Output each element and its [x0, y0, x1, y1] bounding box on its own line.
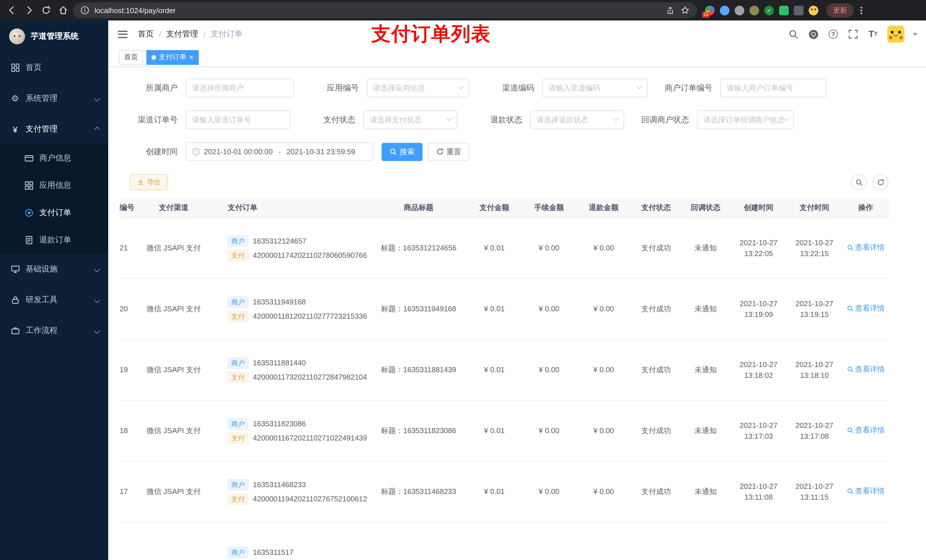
breadcrumb-payment[interactable]: 支付管理	[166, 29, 198, 39]
export-button[interactable]: 导出	[130, 174, 168, 190]
search-icon	[847, 488, 853, 495]
chrome-update-button[interactable]: 更新	[826, 3, 854, 17]
app-logo[interactable]: 芋道管理系统	[0, 21, 108, 52]
extension-icon[interactable]	[749, 5, 759, 15]
payment-submenu: 商户信息 应用信息 支付订单 退款订单	[0, 145, 108, 254]
view-detail-link[interactable]: 查看详情	[847, 486, 885, 497]
cell-pay-time: 2021-10-2713:18:10	[787, 359, 842, 381]
channel-order-no-input[interactable]	[186, 110, 291, 129]
view-detail-link[interactable]: 查看详情	[847, 425, 885, 436]
column-header: 支付状态	[631, 202, 681, 213]
site-info-icon[interactable]	[80, 5, 90, 15]
share-icon[interactable]	[665, 5, 675, 15]
sidebar-item-system[interactable]: ⚙ 系统管理	[0, 83, 108, 114]
merchant-order-no: 1635311881440	[253, 358, 306, 368]
extensions-area: 10 ✓	[705, 5, 819, 15]
search-icon	[847, 366, 853, 373]
fullscreen-icon[interactable]	[847, 29, 859, 40]
cell-id: 20	[120, 303, 137, 315]
refresh-icon	[436, 148, 443, 155]
cell-title: 标题：1635311468233	[370, 486, 467, 497]
merchant-filter-input[interactable]	[186, 78, 294, 97]
breadcrumb-current: 支付订单	[211, 29, 243, 39]
question-icon[interactable]: ?	[828, 29, 839, 40]
github-icon[interactable]	[808, 29, 819, 40]
pay-status-select[interactable]: 请选择支付状态	[363, 110, 457, 129]
reload-icon[interactable]	[39, 3, 53, 18]
filter-label: 支付状态	[307, 115, 356, 125]
chevron-down-icon	[94, 96, 100, 101]
sidebar-toggle-icon[interactable]	[117, 28, 129, 40]
sidebar-item-workflow[interactable]: 工作流程	[0, 315, 108, 346]
lock-icon	[10, 295, 20, 305]
monitor-icon	[10, 264, 20, 274]
search-icon	[847, 305, 853, 312]
filter-label: 退款状态	[474, 115, 522, 125]
cell-refund-amount: ¥ 0.00	[576, 365, 631, 376]
url-bar[interactable]: localhost:1024/pay/order	[73, 2, 697, 18]
cell-pay-status: 支付成功	[631, 486, 681, 497]
chevron-down-icon	[613, 115, 619, 121]
top-navbar: 首页 / 支付管理 / 支付订单 支付订单列表 ? TT	[108, 21, 926, 48]
extension-icon[interactable]	[794, 5, 803, 15]
sidebar-item-refund-order[interactable]: 退款订单	[0, 226, 108, 254]
extension-icon[interactable]	[720, 5, 729, 15]
cell-pay-amount: ¥ 0.01	[467, 243, 522, 254]
sidebar-item-payment[interactable]: ¥ 支付管理	[0, 114, 108, 145]
chevron-down-icon	[783, 115, 788, 121]
user-avatar[interactable]	[887, 26, 904, 43]
filter-pay-status: 支付状态 请选择支付状态	[307, 110, 457, 129]
cell-create-time: 2021-10-2713:18:02	[730, 359, 787, 381]
reset-button[interactable]: 重置	[428, 143, 469, 161]
date-start: 2021-10-01 00:00:00	[204, 147, 272, 156]
sidebar-item-home[interactable]: 首页	[0, 52, 108, 83]
credit-card-icon	[24, 153, 33, 163]
toggle-search-button[interactable]	[851, 174, 867, 190]
view-detail-link[interactable]: 查看详情	[847, 303, 885, 314]
breadcrumb: 首页 / 支付管理 / 支付订单	[138, 29, 243, 39]
cell-channel: 微信 JSAPI 支付	[137, 486, 211, 497]
channel-code-select[interactable]: 请输入渠道编码	[542, 78, 648, 97]
search-icon[interactable]	[788, 29, 799, 40]
date-range-picker[interactable]: 2021-10-01 00:00:00 - 2021-10-31 23:59:5…	[186, 142, 374, 161]
table-row: 17微信 JSAPI 支付商户1635311468233支付4200001194…	[120, 462, 890, 522]
extension-icon[interactable]	[735, 5, 744, 15]
cell-id: 17	[120, 486, 137, 497]
cell-pay-amount: ¥ 0.01	[467, 426, 522, 436]
app-filter-select[interactable]: 请选择应用信息	[367, 78, 469, 97]
sidebar-item-pay-order[interactable]: 支付订单	[0, 199, 108, 226]
filter-merchant: 所属商户	[130, 78, 294, 97]
breadcrumb-home[interactable]: 首页	[138, 29, 154, 39]
merchant-tag: 商户	[228, 479, 248, 490]
cell-pay-time: 2021-10-2713:17:08	[787, 420, 842, 442]
font-size-icon[interactable]: TT	[867, 29, 879, 40]
extension-icon[interactable]: 10	[705, 5, 715, 15]
refresh-button[interactable]	[873, 174, 888, 190]
avatar-caret-icon[interactable]	[913, 33, 917, 36]
merchant-order-no-input[interactable]	[720, 78, 826, 97]
forward-icon[interactable]	[22, 3, 36, 18]
cell-channel: 微信 JSAPI 支付	[137, 426, 211, 436]
view-detail-link[interactable]: 查看详情	[847, 364, 885, 375]
home-icon[interactable]	[56, 3, 71, 18]
back-icon[interactable]	[5, 3, 20, 18]
profile-avatar-icon[interactable]	[809, 5, 819, 15]
sidebar-item-label: 商户信息	[39, 153, 71, 163]
filter-channel-order-no: 渠道订单号	[130, 110, 291, 129]
notify-status-select[interactable]: 请选择订单回调商户状态	[697, 110, 794, 129]
sidebar-item-merchant-info[interactable]: 商户信息	[0, 145, 108, 172]
sidebar-item-app-info[interactable]: 应用信息	[0, 172, 108, 199]
search-button[interactable]: 搜索	[381, 143, 422, 161]
browser-menu-icon[interactable]	[861, 6, 862, 14]
tab-home[interactable]: 首页	[119, 50, 143, 65]
sidebar-item-devtools[interactable]: 研发工具	[0, 285, 108, 315]
merchant-order-no: 1635311517	[253, 547, 294, 558]
extension-icon[interactable]	[779, 5, 789, 15]
close-icon[interactable]: ×	[189, 53, 193, 61]
sidebar-item-infra[interactable]: 基础设施	[0, 254, 108, 285]
view-detail-link[interactable]: 查看详情	[847, 242, 885, 253]
tab-pay-order[interactable]: 支付订单 ×	[146, 50, 198, 65]
extension-icon[interactable]: ✓	[764, 5, 774, 15]
refund-status-select[interactable]: 请选择退款状态	[530, 110, 624, 129]
bookmark-star-icon[interactable]	[680, 5, 690, 15]
